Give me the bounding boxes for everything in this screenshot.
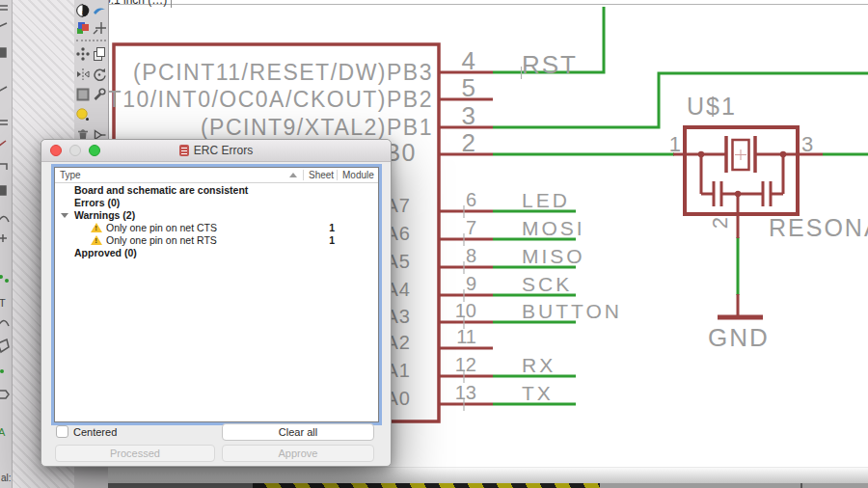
bottom-bar-tick bbox=[800, 483, 802, 488]
erc-document-icon bbox=[179, 145, 189, 156]
toolbar-separator bbox=[76, 40, 106, 41]
pin-number: 11 bbox=[456, 326, 476, 347]
net-label[interactable]: BUTTON bbox=[522, 300, 622, 322]
rotate-icon[interactable] bbox=[93, 67, 107, 81]
net-label[interactable]: RST bbox=[522, 50, 578, 79]
display-layers-icon[interactable] bbox=[75, 20, 90, 35]
table-row[interactable]: Only one pin on net RTS 1 bbox=[55, 234, 378, 247]
erc-results-table[interactable]: Type Sheet Module Board and schematic ar… bbox=[54, 167, 379, 422]
warning-icon bbox=[91, 223, 102, 232]
net-label[interactable]: SCK bbox=[522, 273, 572, 295]
pin-number: 5 bbox=[462, 73, 475, 102]
bottom-bar-right bbox=[600, 483, 868, 488]
sheet-value: 1 bbox=[308, 234, 335, 246]
ic-pin-name: (PCINT9/XTAL2)PB1 bbox=[201, 115, 433, 140]
centered-checkbox[interactable] bbox=[56, 425, 68, 438]
column-header-sheet[interactable]: Sheet bbox=[309, 170, 334, 180]
sheet-value: 1 bbox=[308, 222, 335, 233]
pin-number: 12 bbox=[455, 354, 476, 375]
pin-number: 7 bbox=[466, 217, 476, 238]
column-divider bbox=[337, 170, 338, 180]
sort-ascending-icon[interactable] bbox=[289, 173, 297, 177]
close-icon[interactable] bbox=[50, 145, 62, 156]
copy-icon[interactable] bbox=[93, 46, 107, 61]
zoom-icon[interactable] bbox=[89, 145, 100, 156]
table-row[interactable]: Only one pin on net CTS 1 bbox=[55, 222, 378, 234]
pin-number: 13 bbox=[455, 382, 476, 403]
table-header[interactable]: Type Sheet Module bbox=[55, 168, 378, 183]
status-bar bbox=[108, 467, 868, 484]
group-icon[interactable] bbox=[75, 87, 90, 101]
pin-number: 3 bbox=[462, 101, 475, 130]
eagle-schematic-window: (PCINT11/RESET/DW)PB3 T10/INT0/OC0A/CKOU… bbox=[0, 0, 868, 488]
net-label[interactable]: TX bbox=[522, 382, 554, 404]
table-row[interactable]: Errors (0) bbox=[55, 197, 378, 209]
row-label: Errors (0) bbox=[74, 197, 120, 208]
gnd-label: GND bbox=[708, 323, 770, 352]
erc-errors-dialog: ERC Errors Type Sheet Module Board and s… bbox=[41, 139, 392, 467]
ic-pin-name: (PCINT11/RESET/DW)PB3 bbox=[133, 60, 433, 85]
left-toolbar-cutoff-column[interactable]: T A bbox=[0, 0, 13, 488]
ic-pin-name: T10/INT0/OC0A/CKOUT)PB2 bbox=[108, 87, 433, 112]
table-row[interactable]: Warnings (2) bbox=[55, 209, 378, 222]
row-label: Approved (0) bbox=[74, 247, 137, 258]
bottom-hazard-stripes bbox=[253, 483, 600, 488]
row-label: Only one pin on net CTS bbox=[106, 222, 217, 233]
clear-all-button[interactable]: Clear all bbox=[222, 423, 374, 441]
pin-number: 9 bbox=[466, 273, 476, 294]
grid-coord-readout: 0.1 inch (…) bbox=[104, 0, 167, 7]
svg-text:T: T bbox=[0, 297, 6, 309]
mark-icon[interactable] bbox=[93, 20, 107, 35]
status-text-fragment: al: bbox=[1, 473, 12, 483]
value-label[interactable]: RESONA bbox=[769, 214, 868, 241]
net-label[interactable]: MOSI bbox=[522, 217, 585, 239]
table-row[interactable]: Board and schematic are consistent bbox=[55, 184, 378, 197]
paint-icon[interactable] bbox=[75, 107, 90, 122]
pin-number: 1 bbox=[669, 132, 681, 156]
bottom-bar-left bbox=[108, 483, 253, 488]
change-wrench-icon[interactable] bbox=[93, 87, 107, 101]
pin-number: 8 bbox=[466, 245, 476, 266]
row-label: Warnings (2) bbox=[74, 209, 135, 221]
refdes-label[interactable]: U$1 bbox=[687, 93, 737, 120]
mirror-icon[interactable] bbox=[75, 67, 90, 81]
toolbar-divider bbox=[171, 0, 172, 8]
move-icon[interactable] bbox=[75, 46, 90, 61]
centered-checkbox-row[interactable]: Centered bbox=[56, 425, 117, 438]
net-label[interactable]: LED bbox=[522, 189, 570, 211]
row-label: Board and schematic are consistent bbox=[74, 184, 248, 196]
column-header-type[interactable]: Type bbox=[60, 170, 81, 180]
row-label: Only one pin on net RTS bbox=[106, 234, 217, 246]
pin-number: 4 bbox=[462, 46, 475, 75]
pin-number: 2 bbox=[708, 217, 732, 229]
table-row[interactable]: Approved (0) bbox=[55, 247, 378, 259]
dialog-titlebar[interactable]: ERC Errors bbox=[41, 140, 391, 162]
net-label[interactable]: MISO bbox=[522, 245, 585, 267]
net-label[interactable]: RX bbox=[522, 354, 556, 376]
left-toolbar-fragment-icons[interactable]: T A bbox=[0, 0, 12, 488]
show-icon[interactable] bbox=[93, 3, 107, 17]
info-icon[interactable]: i bbox=[75, 3, 90, 17]
pin-number: 3 bbox=[801, 132, 813, 156]
approve-button[interactable]: Approve bbox=[222, 445, 374, 462]
warning-icon bbox=[91, 235, 102, 245]
column-divider bbox=[303, 170, 304, 180]
centered-checkbox-label: Centered bbox=[73, 426, 117, 438]
disclosure-triangle-icon[interactable] bbox=[61, 213, 68, 218]
dialog-title: ERC Errors bbox=[194, 144, 253, 157]
pin-number: 6 bbox=[466, 189, 476, 210]
svg-text:A: A bbox=[0, 426, 6, 438]
pin-number: 2 bbox=[462, 128, 475, 157]
column-header-module[interactable]: Module bbox=[342, 170, 374, 180]
gnd-symbol[interactable] bbox=[718, 294, 763, 317]
blank bbox=[93, 107, 107, 122]
processed-button[interactable]: Processed bbox=[55, 445, 215, 462]
minimize-icon[interactable] bbox=[69, 145, 81, 156]
pin-number: 10 bbox=[455, 300, 476, 321]
